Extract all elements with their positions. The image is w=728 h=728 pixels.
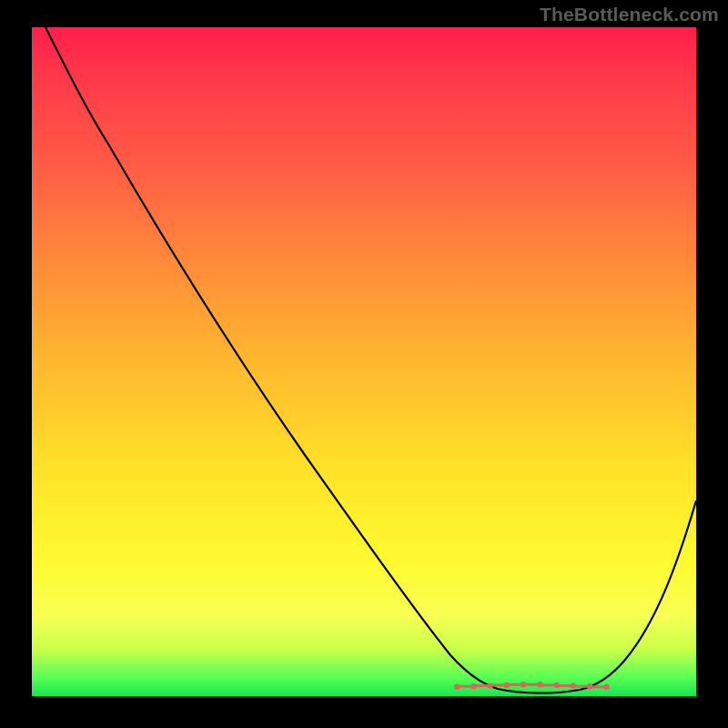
curve-svg: [32, 27, 696, 696]
chart-frame: TheBottleneck.com: [0, 0, 728, 728]
watermark-text: TheBottleneck.com: [540, 4, 719, 25]
plot-area: [32, 27, 696, 696]
bottleneck-curve: [46, 27, 696, 693]
